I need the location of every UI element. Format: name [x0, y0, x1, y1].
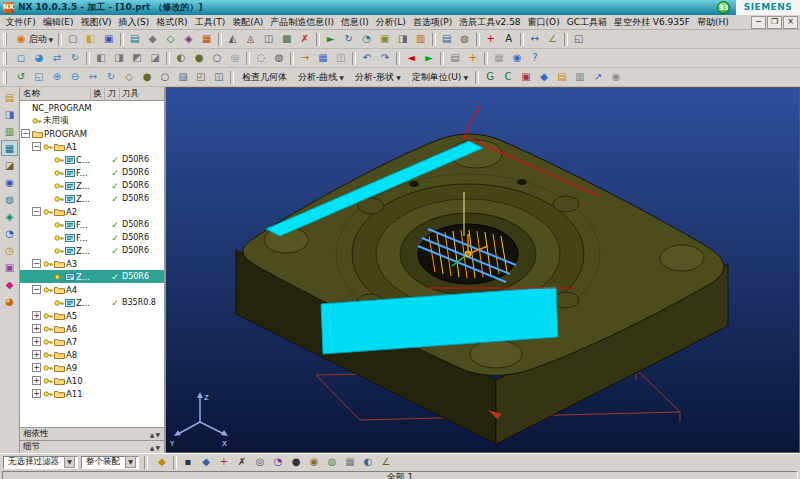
tree-row[interactable]: Z...✓D50R6 [20, 270, 164, 283]
render-style-wireframe-icon[interactable]: ○ [157, 69, 174, 86]
history-palette-icon[interactable]: ◷ [1, 242, 18, 258]
assembly-navigator-icon[interactable]: ▤ [1, 89, 18, 105]
tree-row[interactable]: +A10 [20, 374, 164, 387]
tree-row[interactable]: +A5 [20, 309, 164, 322]
menu-浩辰工具v2.58[interactable]: 浩辰工具v2.58 [456, 16, 524, 29]
operation-navigator-icon[interactable]: ▦ [1, 140, 18, 156]
chevron-down-icon[interactable]: ▼ [64, 456, 75, 468]
fit-window-icon[interactable]: ◱ [31, 69, 48, 86]
snapshot-icon[interactable]: ◫ [211, 69, 228, 86]
render-style-shaded-icon[interactable]: ● [139, 69, 156, 86]
tree-row[interactable]: F...✓D50R6 [20, 218, 164, 231]
pan-icon[interactable]: ⇄ [49, 50, 66, 67]
roles-icon[interactable]: ◕ [1, 293, 18, 309]
top-view-icon[interactable]: ◩ [129, 50, 146, 67]
tree-row[interactable]: C...✓D50R6 [20, 153, 164, 166]
tree-row[interactable]: +A6 [20, 322, 164, 335]
object-info-icon[interactable]: ◉ [509, 50, 526, 67]
constraint-navigator-icon[interactable]: ◨ [1, 106, 18, 122]
navigator-header[interactable]: 名称 换 刀 刀具 [20, 87, 164, 101]
drafting-tools-icon[interactable]: ▤ [554, 69, 571, 86]
help-icon[interactable]: ? [527, 50, 544, 67]
mirror-feature-icon[interactable]: ◫ [333, 50, 350, 67]
show-hide-icon[interactable]: ◌ [253, 50, 270, 67]
expand-icon[interactable]: + [32, 363, 41, 372]
postprocess-icon[interactable]: ◨ [394, 31, 411, 48]
delete-object-icon[interactable]: ✗ [296, 31, 313, 48]
clip-section-icon[interactable]: ◰ [193, 69, 210, 86]
column-toolchange[interactable]: 换 [91, 88, 105, 100]
menu-分析(L)[interactable]: 分析(L) [372, 16, 409, 29]
chevron-down-icon[interactable]: ▼ [125, 456, 136, 468]
notification-badge[interactable]: 33 [717, 1, 730, 14]
text-tool-icon[interactable]: A [500, 31, 517, 48]
trimetric-view-icon[interactable]: ◧ [93, 50, 110, 67]
expand-icon[interactable]: + [32, 350, 41, 359]
create-method-icon[interactable]: ◈ [180, 31, 197, 48]
menu-产品制造信息(I)[interactable]: 产品制造信息(I) [267, 16, 338, 29]
menu-工具(T)[interactable]: 工具(T) [191, 16, 229, 29]
expand-icon[interactable]: + [32, 324, 41, 333]
snap-point-on-surface-icon[interactable]: ◍ [324, 454, 341, 471]
pattern-feature-icon[interactable]: ▦ [315, 50, 332, 67]
column-tool[interactable]: 刀具 [120, 88, 164, 100]
snap-point-on-curve-icon[interactable]: ◉ [306, 454, 323, 471]
restore-window-icon[interactable]: ❒ [767, 16, 782, 29]
undo-icon[interactable]: ↶ [359, 50, 376, 67]
wireframe-icon[interactable]: ○ [209, 50, 226, 67]
studio-render-icon[interactable]: ◎ [227, 50, 244, 67]
cut-object-icon[interactable]: ◬ [242, 31, 259, 48]
wcs-orient-icon[interactable]: + [465, 50, 482, 67]
tree-row[interactable]: −A4 [20, 283, 164, 296]
measure-angle-icon[interactable]: ∠ [544, 31, 561, 48]
tree-row[interactable]: F...✓D50R6 [20, 231, 164, 244]
expand-icon[interactable]: + [32, 389, 41, 398]
rotate-view-icon[interactable]: ↻ [67, 50, 84, 67]
verify-toolpath-icon[interactable]: ◔ [358, 31, 375, 48]
collapse-icon[interactable]: − [32, 259, 41, 268]
toolbar-grip[interactable] [3, 71, 9, 84]
analysis-shape-button[interactable]: 分析-形状▼ [349, 69, 406, 86]
move-object-icon[interactable]: → [297, 50, 314, 67]
machine-tool-view-icon[interactable]: ◍ [456, 31, 473, 48]
process-studio-icon[interactable]: ▣ [1, 259, 18, 275]
selection-scope-filter[interactable]: 整个装配 ▼ [81, 456, 139, 469]
layer-settings-icon[interactable]: ▤ [447, 50, 464, 67]
plugin-settings-icon[interactable]: ◉ [608, 69, 625, 86]
examine-geometry-button[interactable]: 检查几何体 [236, 69, 292, 86]
menu-GC工具箱[interactable]: GC工具箱 [563, 16, 610, 29]
tree-row[interactable]: 未用项 [20, 114, 164, 127]
refresh-view-icon[interactable]: ↺ [13, 69, 30, 86]
snap-tangent-icon[interactable]: ◐ [360, 454, 377, 471]
previous-marker-icon[interactable]: ◄ [403, 50, 420, 67]
title-bar[interactable]: NX NX 10.0.3.5 - 加工 - [10.prt （修改的）] 33 … [0, 0, 800, 15]
selection-type-filter[interactable]: 无选择过滤器 ▼ [3, 456, 78, 469]
tree-row[interactable]: −A2 [20, 205, 164, 218]
analysis-curve-button[interactable]: 分析-曲线▼ [292, 69, 349, 86]
menu-编辑(E)[interactable]: 编辑(E) [39, 16, 77, 29]
tree-row[interactable]: Z...✓B35R0.8 [20, 296, 164, 309]
manufacturing-wizards-icon[interactable]: ◆ [1, 276, 18, 292]
tree-row[interactable]: +A9 [20, 361, 164, 374]
menu-格式(R)[interactable]: 格式(R) [153, 16, 191, 29]
toolbar-grip[interactable] [3, 33, 9, 46]
menu-窗口(O)[interactable]: 窗口(O) [524, 16, 563, 29]
collapse-icon[interactable]: − [21, 129, 30, 138]
start-icon[interactable]: ◉启动▼ [13, 31, 56, 48]
zoom-in-icon[interactable]: ⊕ [49, 69, 66, 86]
mold-tools-icon[interactable]: ◆ [536, 69, 553, 86]
next-marker-icon[interactable]: ► [421, 50, 438, 67]
menu-星空外挂 V6.935F[interactable]: 星空外挂 V6.935F [610, 16, 693, 29]
simulate-machine-icon[interactable]: ▣ [376, 31, 393, 48]
snap-existing-point-icon[interactable]: ● [288, 454, 305, 471]
collapse-icon[interactable]: − [32, 142, 41, 151]
shaded-icon[interactable]: ● [191, 50, 208, 67]
reuse-library-icon[interactable]: ◍ [1, 191, 18, 207]
perspective-view-icon[interactable]: ◇ [121, 69, 138, 86]
tree-row[interactable]: +A8 [20, 348, 164, 361]
snap-intersection-icon[interactable]: ✗ [234, 454, 251, 471]
snap-bounded-grid-icon[interactable]: ▦ [342, 454, 359, 471]
window-cascade-icon[interactable]: ◱ [570, 31, 587, 48]
generate-toolpath-icon[interactable]: ► [322, 31, 339, 48]
immediate-hide-icon[interactable]: ◍ [271, 50, 288, 67]
